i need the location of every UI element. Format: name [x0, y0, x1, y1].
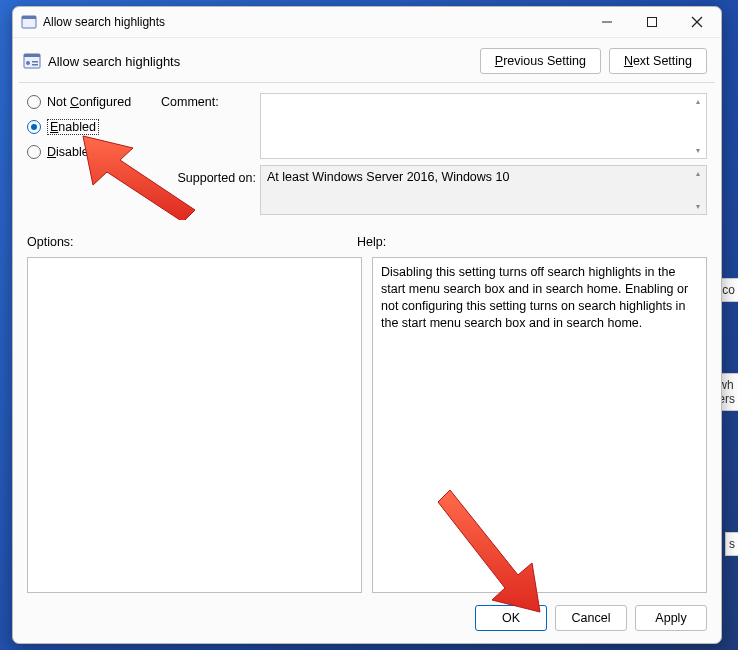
radio-not-configured[interactable]: Not Configured [27, 95, 157, 109]
radio-enabled[interactable]: Enabled [27, 119, 157, 135]
help-text: Disabling this setting turns off search … [381, 265, 688, 330]
options-panel[interactable] [27, 257, 362, 593]
minimize-button[interactable] [584, 7, 629, 37]
radio-not-configured-label: Not Configured [47, 95, 131, 109]
policy-header: Allow search highlights Previous Setting… [13, 38, 721, 82]
policy-window: Allow search highlights Allow search hig… [12, 6, 722, 644]
supported-on-text: At least Windows Server 2016, Windows 10 [267, 170, 509, 184]
previous-setting-button[interactable]: Previous Setting [480, 48, 601, 74]
supported-on-box: At least Windows Server 2016, Windows 10… [260, 165, 707, 215]
radio-disabled-input[interactable] [27, 145, 41, 159]
cancel-button[interactable]: Cancel [555, 605, 627, 631]
policy-setting-icon [23, 52, 41, 70]
comment-scroll[interactable]: ▴▾ [691, 95, 705, 157]
ok-button[interactable]: OK [475, 605, 547, 631]
help-panel[interactable]: Disabling this setting turns off search … [372, 257, 707, 593]
radio-disabled-label: Disabled [47, 145, 96, 159]
maximize-button[interactable] [629, 7, 674, 37]
help-label: Help: [357, 235, 707, 249]
radio-disabled[interactable]: Disabled [27, 145, 157, 159]
radio-enabled-input[interactable] [27, 120, 41, 134]
svg-rect-1 [22, 16, 36, 19]
supported-on-label: Supported on: [161, 165, 256, 185]
titlebar[interactable]: Allow search highlights [13, 7, 721, 38]
configuration-section: Not Configured Enabled Disabled Comment:… [13, 83, 721, 221]
comment-label: Comment: [161, 93, 256, 109]
svg-rect-9 [32, 61, 38, 63]
svg-rect-3 [647, 18, 656, 27]
policy-title: Allow search highlights [48, 54, 480, 69]
supported-scroll[interactable]: ▴▾ [691, 167, 705, 213]
next-setting-button[interactable]: Next Setting [609, 48, 707, 74]
svg-point-8 [26, 61, 30, 65]
close-button[interactable] [674, 7, 719, 37]
radio-enabled-label: Enabled [47, 119, 99, 135]
svg-rect-10 [32, 64, 38, 66]
radio-not-configured-input[interactable] [27, 95, 41, 109]
options-label: Options: [27, 235, 357, 249]
apply-button[interactable]: Apply [635, 605, 707, 631]
policy-app-icon [21, 14, 37, 30]
dialog-footer: OK Cancel Apply [13, 593, 721, 643]
comment-textarea[interactable]: ▴▾ [260, 93, 707, 159]
desktop-background: cco wh ers s Allow search highlights [0, 0, 738, 650]
background-window-fragment: s [725, 532, 738, 556]
svg-rect-7 [24, 54, 40, 57]
window-title: Allow search highlights [43, 15, 584, 29]
